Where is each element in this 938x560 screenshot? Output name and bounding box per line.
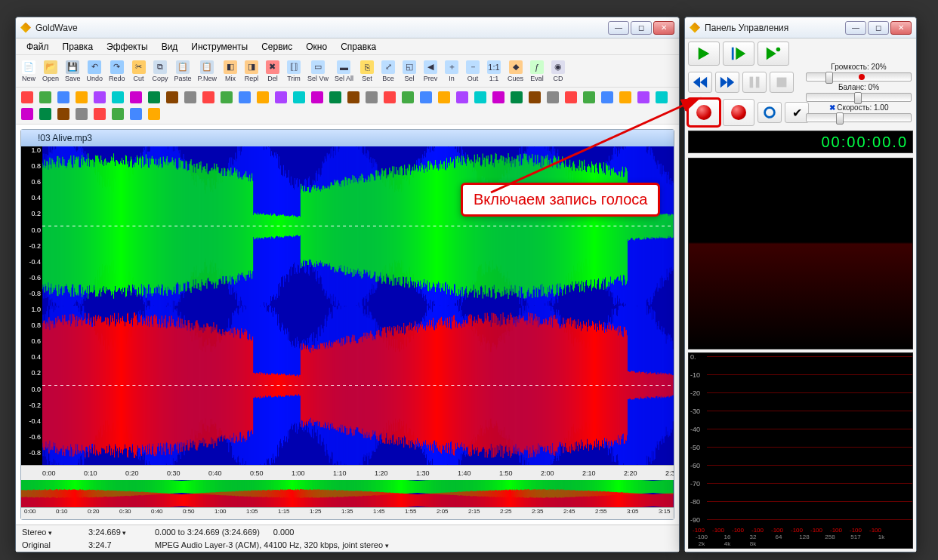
tb-cd[interactable]: ◉CD: [548, 57, 568, 85]
main-titlebar[interactable]: GoldWave — ◻ ✕: [16, 17, 679, 38]
fx-button-38[interactable]: [55, 106, 72, 122]
status-length[interactable]: 3:24.669: [88, 528, 141, 537]
tb-trim[interactable]: ⟦⟧Trim: [284, 57, 304, 85]
ctrl-minimize-button[interactable]: —: [845, 21, 866, 35]
fx-button-31[interactable]: [581, 90, 597, 105]
record-button[interactable]: [688, 99, 720, 126]
tb-paste[interactable]: 📋Paste: [172, 57, 194, 85]
tb-undo[interactable]: ↶Undo: [85, 57, 106, 85]
fx-button-5[interactable]: [110, 90, 126, 105]
fx-button-9[interactable]: [182, 90, 199, 105]
status-channels[interactable]: Stereo: [22, 528, 75, 537]
tb-del[interactable]: ✖Del: [263, 57, 282, 85]
waveform-right-channel[interactable]: [42, 306, 674, 465]
fx-button-4[interactable]: [91, 90, 108, 105]
tb-set[interactable]: ⎘Set: [357, 57, 377, 85]
fx-button-17[interactable]: [327, 90, 344, 105]
fx-button-22[interactable]: [418, 90, 434, 105]
tb-sel[interactable]: ◱Sel: [400, 57, 419, 85]
speed-reset-icon[interactable]: ✖: [829, 103, 835, 112]
document-titlebar[interactable]: !03 Alive.mp3: [21, 130, 674, 146]
fx-button-7[interactable]: [146, 90, 162, 105]
fx-button-6[interactable]: [128, 90, 144, 105]
fx-button-16[interactable]: [309, 90, 326, 105]
fx-button-20[interactable]: [381, 90, 398, 105]
fx-button-27[interactable]: [508, 90, 525, 105]
fx-button-42[interactable]: [128, 106, 144, 122]
fx-button-21[interactable]: [400, 90, 416, 105]
fx-button-10[interactable]: [200, 90, 217, 105]
fx-button-28[interactable]: [526, 90, 543, 105]
ctrl-close-button[interactable]: ✕: [890, 21, 912, 35]
menu-файл[interactable]: Файл: [20, 40, 55, 54]
menu-эффекты[interactable]: Эффекты: [100, 40, 154, 54]
fx-button-33[interactable]: [617, 90, 634, 105]
volume-slider[interactable]: [806, 72, 912, 82]
fx-button-39[interactable]: [73, 106, 90, 122]
fx-button-35[interactable]: [653, 90, 670, 105]
play-button[interactable]: [688, 42, 720, 66]
fx-button-19[interactable]: [363, 90, 380, 105]
tb-mix[interactable]: ◧Mix: [221, 57, 240, 85]
menu-инструменты[interactable]: Инструменты: [185, 40, 254, 54]
tb-redo[interactable]: ↷Redo: [106, 57, 128, 85]
time-ruler[interactable]: 0:000:100:200:300:400:501:001:101:201:30…: [21, 465, 674, 480]
status-format[interactable]: MPEG Audio Layer-3 (ACM), 44100 Hz, 320 …: [155, 540, 389, 549]
tb-new[interactable]: 📄New: [19, 57, 39, 85]
fx-button-14[interactable]: [273, 90, 289, 105]
minimize-button[interactable]: —: [608, 21, 629, 35]
tb-11[interactable]: 1:11:1: [484, 57, 504, 85]
fx-button-15[interactable]: [291, 90, 307, 105]
fx-button-25[interactable]: [472, 90, 489, 105]
fx-button-29[interactable]: [545, 90, 561, 105]
fx-button-23[interactable]: [436, 90, 452, 105]
menu-справка[interactable]: Справка: [335, 40, 382, 54]
fx-button-26[interactable]: [490, 90, 507, 105]
stop-button[interactable]: [770, 72, 794, 93]
pause-button[interactable]: [742, 72, 767, 93]
balance-thumb[interactable]: [854, 92, 862, 104]
tb-out[interactable]: －Out: [463, 57, 483, 85]
fx-button-18[interactable]: [345, 90, 362, 105]
fx-button-41[interactable]: [110, 106, 126, 122]
maximize-button[interactable]: ◻: [631, 21, 652, 35]
tb-selvw[interactable]: ▭Sel Vw: [305, 57, 331, 85]
close-button[interactable]: ✕: [653, 21, 674, 35]
tb-in[interactable]: ＋In: [442, 57, 461, 85]
fx-button-43[interactable]: [146, 106, 162, 122]
speed-thumb[interactable]: [836, 112, 844, 125]
fx-button-11[interactable]: [218, 90, 235, 105]
fx-button-36[interactable]: [19, 106, 35, 122]
volume-thumb[interactable]: [825, 72, 833, 84]
record-new-button[interactable]: [723, 99, 754, 126]
menu-правка[interactable]: Правка: [57, 40, 100, 54]
menu-сервис[interactable]: Сервис: [255, 40, 298, 54]
fx-button-24[interactable]: [454, 90, 471, 105]
tb-open[interactable]: 📂Open: [40, 57, 61, 85]
fx-button-13[interactable]: [255, 90, 271, 105]
fx-button-12[interactable]: [236, 90, 253, 105]
fx-button-1[interactable]: [37, 90, 54, 105]
tb-save[interactable]: 💾Save: [63, 57, 83, 85]
ctrl-maximize-button[interactable]: ◻: [868, 21, 889, 35]
tb-pnew[interactable]: 📋P.New: [196, 57, 219, 85]
fx-button-34[interactable]: [635, 90, 652, 105]
play-selection-button[interactable]: [723, 42, 754, 66]
menu-вид[interactable]: Вид: [156, 40, 184, 54]
speed-slider[interactable]: [806, 113, 912, 122]
balance-slider[interactable]: [806, 93, 912, 102]
fx-button-40[interactable]: [91, 106, 108, 122]
tb-repl[interactable]: ◨Repl: [242, 57, 261, 85]
fx-button-37[interactable]: [37, 106, 54, 122]
fx-button-2[interactable]: [55, 90, 72, 105]
menu-окно[interactable]: Окно: [300, 40, 333, 54]
fx-button-30[interactable]: [563, 90, 579, 105]
tb-cut[interactable]: ✂Cut: [129, 57, 149, 85]
fx-button-3[interactable]: [73, 90, 90, 105]
tb-copy[interactable]: ⧉Copy: [150, 57, 171, 85]
tb-eval[interactable]: ƒEval: [527, 57, 547, 85]
forward-button[interactable]: [715, 72, 739, 93]
overview-waveform[interactable]: [21, 480, 674, 507]
play-loop-button[interactable]: [757, 42, 789, 66]
waveform-left-channel[interactable]: [42, 146, 674, 306]
